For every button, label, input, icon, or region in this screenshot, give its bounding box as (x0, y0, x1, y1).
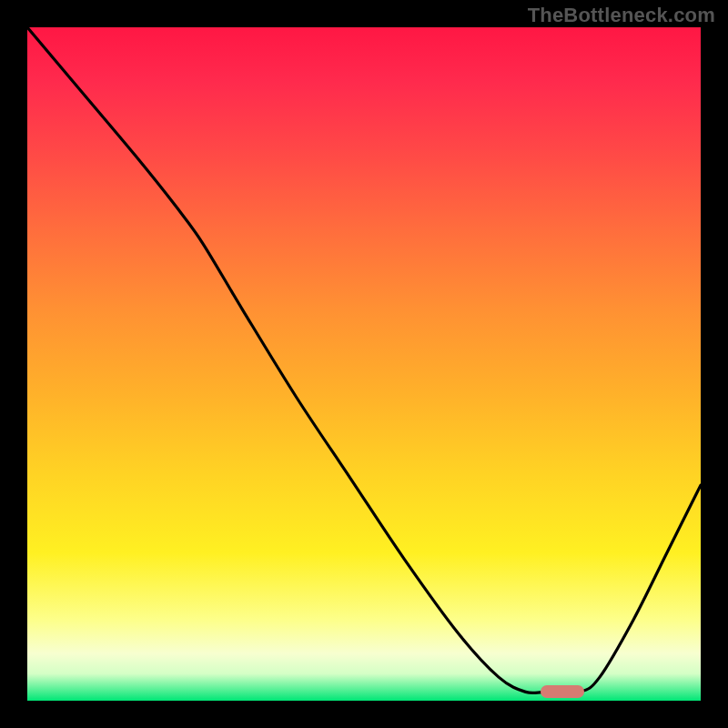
chart-area (27, 27, 701, 701)
line-curve (27, 27, 701, 701)
watermark-text: TheBottleneck.com (528, 4, 715, 27)
optimum-marker (541, 685, 584, 698)
